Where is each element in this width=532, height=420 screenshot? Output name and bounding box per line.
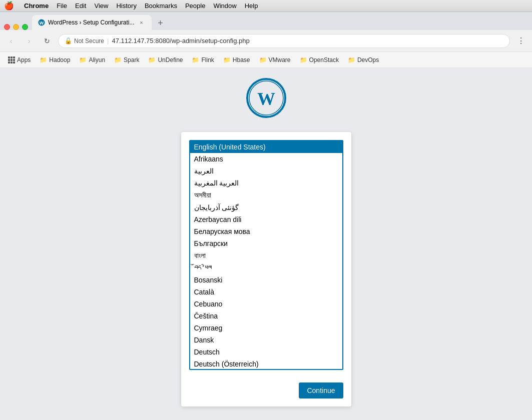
- bookmark-undefine[interactable]: 📁 UnDefine: [144, 54, 187, 66]
- bookmark-hbase[interactable]: 📁 Hbase: [219, 54, 254, 66]
- url-bar[interactable]: 🔓 Not Secure | 47.112.147.75:8080/wp-adm…: [58, 34, 510, 48]
- language-selection-card: English (United States) Afrikaans العربي…: [181, 132, 351, 406]
- apps-grid-icon: [8, 56, 15, 64]
- bookmark-aliyun[interactable]: 📁 Aliyun: [75, 54, 109, 66]
- url-text: 47.112.147.75:8080/wp-admin/setup-config…: [112, 37, 249, 44]
- language-select[interactable]: English (United States) Afrikaans العربي…: [189, 140, 343, 370]
- bookmarks-apps[interactable]: Apps: [4, 54, 35, 66]
- bookmark-label: Hbase: [233, 56, 250, 64]
- wordpress-logo: W: [246, 78, 286, 132]
- folder-icon: 📁: [114, 56, 122, 64]
- svg-text:W: W: [40, 20, 44, 26]
- folder-icon: 📁: [300, 56, 307, 64]
- forward-button[interactable]: ›: [22, 34, 36, 48]
- addressbar: ‹ › ↻ 🔓 Not Secure | 47.112.147.75:8080/…: [0, 30, 532, 52]
- tabbar: W WordPress › Setup Configurati... × +: [0, 12, 532, 30]
- bookmark-label: Spark: [124, 56, 139, 64]
- tab-favicon: W: [38, 19, 45, 26]
- folder-icon: 📁: [348, 56, 355, 64]
- browser-tab[interactable]: W WordPress › Setup Configurati... ×: [32, 15, 152, 30]
- folder-icon: 📁: [259, 56, 267, 64]
- menubar-help[interactable]: Help: [245, 2, 258, 10]
- security-icon: 🔓: [65, 38, 72, 44]
- menubar-view[interactable]: View: [94, 2, 108, 10]
- bookmark-label: DevOps: [357, 56, 379, 64]
- menubar-file[interactable]: File: [57, 2, 67, 10]
- bookmark-hadoop[interactable]: 📁 Hadoop: [36, 54, 74, 66]
- bookmark-label: Flink: [201, 56, 214, 64]
- folder-icon: 📁: [148, 56, 156, 64]
- folder-icon: 📁: [79, 56, 87, 64]
- bookmarks-bar: Apps 📁 Hadoop 📁 Aliyun 📁 Spark 📁 UnDefin…: [0, 52, 532, 68]
- menubar-people[interactable]: People: [185, 2, 205, 10]
- bookmark-label: VMware: [269, 56, 291, 64]
- back-button[interactable]: ‹: [4, 34, 18, 48]
- minimize-window-button[interactable]: [13, 24, 19, 30]
- tab-title: WordPress › Setup Configurati...: [48, 19, 135, 26]
- bookmark-spark[interactable]: 📁 Spark: [110, 54, 143, 66]
- bookmark-label: UnDefine: [158, 56, 183, 64]
- bookmark-label: Hadoop: [49, 56, 70, 64]
- menubar-window[interactable]: Window: [213, 2, 236, 10]
- reload-button[interactable]: ↻: [40, 34, 54, 48]
- security-indicator: 🔓 Not Secure: [65, 38, 104, 44]
- maximize-window-button[interactable]: [22, 24, 28, 30]
- tab-close-button[interactable]: ×: [138, 18, 146, 26]
- bookmark-devops[interactable]: 📁 DevOps: [344, 54, 383, 66]
- apple-menu[interactable]: 🍎: [4, 1, 14, 10]
- folder-icon: 📁: [223, 56, 231, 64]
- url-divider: |: [107, 37, 109, 44]
- svg-text:W: W: [257, 89, 275, 109]
- new-tab-button[interactable]: +: [154, 16, 168, 30]
- bookmark-vmware[interactable]: 📁 VMware: [255, 54, 295, 66]
- menubar-history[interactable]: History: [116, 2, 136, 10]
- apps-label: Apps: [17, 56, 31, 64]
- folder-icon: 📁: [192, 56, 199, 64]
- traffic-lights: [4, 24, 28, 30]
- menubar-edit[interactable]: Edit: [75, 2, 86, 10]
- extensions-button[interactable]: ⋮: [514, 34, 528, 48]
- menubar-chrome[interactable]: Chrome: [24, 2, 49, 10]
- bookmark-openstack[interactable]: 📁 OpenStack: [296, 54, 343, 66]
- bookmark-flink[interactable]: 📁 Flink: [188, 54, 218, 66]
- continue-button[interactable]: Continue: [299, 382, 343, 398]
- folder-icon: 📁: [40, 56, 47, 64]
- not-secure-text: Not Secure: [74, 38, 104, 44]
- bookmark-label: Aliyun: [89, 56, 105, 64]
- page-content: W English (United States) Afrikaans العر…: [0, 68, 532, 420]
- chrome-window: W WordPress › Setup Configurati... × + ‹…: [0, 12, 532, 420]
- macos-menubar: 🍎 Chrome File Edit View History Bookmark…: [0, 0, 532, 12]
- close-window-button[interactable]: [4, 24, 10, 30]
- bookmark-label: OpenStack: [309, 56, 339, 64]
- menubar-bookmarks[interactable]: Bookmarks: [145, 2, 177, 10]
